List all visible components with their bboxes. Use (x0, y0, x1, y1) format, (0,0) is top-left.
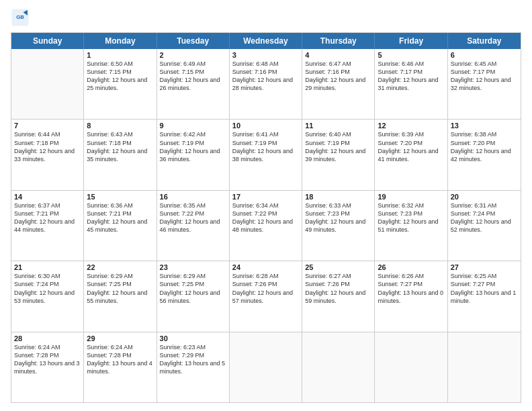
cell-info: Sunrise: 6:28 AM Sunset: 7:26 PM Dayligh… (232, 272, 299, 305)
cell-day-number: 28 (14, 334, 81, 342)
cell-day-number: 23 (160, 263, 226, 271)
cell-day-number: 18 (305, 193, 371, 201)
cell-info: Sunrise: 6:46 AM Sunset: 7:17 PM Dayligh… (378, 60, 444, 93)
calendar-cell: 23Sunrise: 6:29 AM Sunset: 7:25 PM Dayli… (157, 261, 230, 331)
cell-info: Sunrise: 6:35 AM Sunset: 7:22 PM Dayligh… (160, 201, 226, 234)
calendar-cell (302, 332, 375, 402)
cell-info: Sunrise: 6:36 AM Sunset: 7:21 PM Dayligh… (87, 201, 153, 234)
cell-info: Sunrise: 6:33 AM Sunset: 7:23 PM Dayligh… (305, 201, 371, 234)
calendar-cell: 22Sunrise: 6:29 AM Sunset: 7:25 PM Dayli… (84, 261, 157, 331)
cell-day-number: 17 (232, 193, 299, 201)
cell-day-number: 7 (14, 122, 81, 130)
cell-day-number: 27 (451, 263, 518, 271)
calendar-cell: 17Sunrise: 6:34 AM Sunset: 7:22 PM Dayli… (230, 191, 302, 261)
calendar-row-2: 7Sunrise: 6:44 AM Sunset: 7:18 PM Daylig… (11, 120, 521, 190)
cell-info: Sunrise: 6:24 AM Sunset: 7:28 PM Dayligh… (87, 343, 153, 376)
cell-info: Sunrise: 6:30 AM Sunset: 7:24 PM Dayligh… (14, 272, 81, 305)
cell-day-number: 11 (305, 122, 371, 130)
day-name-monday: Monday (84, 33, 157, 49)
calendar-cell: 24Sunrise: 6:28 AM Sunset: 7:26 PM Dayli… (230, 261, 302, 331)
cell-day-number: 21 (14, 263, 81, 271)
cell-info: Sunrise: 6:49 AM Sunset: 7:15 PM Dayligh… (160, 60, 226, 93)
calendar-cell (230, 332, 302, 402)
cell-info: Sunrise: 6:45 AM Sunset: 7:17 PM Dayligh… (451, 60, 518, 93)
cell-info: Sunrise: 6:34 AM Sunset: 7:22 PM Dayligh… (232, 201, 299, 234)
cell-info: Sunrise: 6:39 AM Sunset: 7:20 PM Dayligh… (378, 130, 444, 163)
cell-day-number: 30 (160, 334, 226, 342)
calendar-cell: 18Sunrise: 6:33 AM Sunset: 7:23 PM Dayli… (302, 191, 375, 261)
cell-info: Sunrise: 6:44 AM Sunset: 7:18 PM Dayligh… (14, 130, 81, 163)
calendar-row-3: 14Sunrise: 6:37 AM Sunset: 7:21 PM Dayli… (11, 191, 521, 261)
calendar-row-5: 28Sunrise: 6:24 AM Sunset: 7:28 PM Dayli… (11, 332, 521, 402)
page: GB SundayMondayTuesdayWednesdayThursdayF… (0, 0, 532, 411)
calendar-cell: 30Sunrise: 6:23 AM Sunset: 7:29 PM Dayli… (157, 332, 230, 402)
calendar-row-4: 21Sunrise: 6:30 AM Sunset: 7:24 PM Dayli… (11, 261, 521, 332)
cell-day-number: 22 (87, 263, 153, 271)
svg-text:GB: GB (16, 14, 24, 20)
day-name-wednesday: Wednesday (230, 33, 302, 49)
cell-info: Sunrise: 6:26 AM Sunset: 7:27 PM Dayligh… (378, 272, 444, 305)
calendar-cell: 26Sunrise: 6:26 AM Sunset: 7:27 PM Dayli… (375, 261, 447, 331)
calendar-row-1: 1Sunrise: 6:50 AM Sunset: 7:15 PM Daylig… (11, 49, 521, 120)
cell-info: Sunrise: 6:50 AM Sunset: 7:15 PM Dayligh… (87, 60, 153, 93)
cell-info: Sunrise: 6:31 AM Sunset: 7:24 PM Dayligh… (451, 201, 518, 234)
calendar-cell: 13Sunrise: 6:38 AM Sunset: 7:20 PM Dayli… (448, 120, 521, 189)
cell-day-number: 14 (14, 193, 81, 201)
calendar-cell: 15Sunrise: 6:36 AM Sunset: 7:21 PM Dayli… (84, 191, 157, 261)
cell-info: Sunrise: 6:38 AM Sunset: 7:20 PM Dayligh… (451, 130, 518, 163)
day-name-tuesday: Tuesday (157, 33, 230, 49)
cell-day-number: 20 (451, 193, 518, 201)
day-name-friday: Friday (375, 33, 447, 49)
calendar-cell: 27Sunrise: 6:25 AM Sunset: 7:27 PM Dayli… (448, 261, 521, 331)
cell-info: Sunrise: 6:32 AM Sunset: 7:23 PM Dayligh… (378, 201, 444, 234)
calendar-cell: 19Sunrise: 6:32 AM Sunset: 7:23 PM Dayli… (375, 191, 447, 261)
calendar-cell: 14Sunrise: 6:37 AM Sunset: 7:21 PM Dayli… (11, 191, 84, 261)
calendar-cell: 20Sunrise: 6:31 AM Sunset: 7:24 PM Dayli… (448, 191, 521, 261)
day-name-sunday: Sunday (11, 33, 84, 49)
calendar-cell: 8Sunrise: 6:43 AM Sunset: 7:18 PM Daylig… (84, 120, 157, 189)
cell-info: Sunrise: 6:48 AM Sunset: 7:16 PM Dayligh… (232, 60, 299, 93)
cell-day-number: 26 (378, 263, 444, 271)
calendar-cell: 7Sunrise: 6:44 AM Sunset: 7:18 PM Daylig… (11, 120, 84, 189)
calendar-cell: 12Sunrise: 6:39 AM Sunset: 7:20 PM Dayli… (375, 120, 447, 189)
cell-info: Sunrise: 6:27 AM Sunset: 7:26 PM Dayligh… (305, 272, 371, 305)
cell-day-number: 15 (87, 193, 153, 201)
cell-day-number: 8 (87, 122, 153, 130)
cell-day-number: 13 (451, 122, 518, 130)
cell-day-number: 2 (160, 51, 226, 59)
cell-info: Sunrise: 6:24 AM Sunset: 7:28 PM Dayligh… (14, 343, 81, 376)
cell-info: Sunrise: 6:43 AM Sunset: 7:18 PM Dayligh… (87, 130, 153, 163)
calendar-cell: 2Sunrise: 6:49 AM Sunset: 7:15 PM Daylig… (157, 49, 230, 119)
cell-info: Sunrise: 6:29 AM Sunset: 7:25 PM Dayligh… (160, 272, 226, 305)
calendar-cell: 3Sunrise: 6:48 AM Sunset: 7:16 PM Daylig… (230, 49, 302, 119)
cell-day-number: 9 (160, 122, 226, 130)
calendar-body: 1Sunrise: 6:50 AM Sunset: 7:15 PM Daylig… (11, 49, 521, 402)
calendar-cell: 21Sunrise: 6:30 AM Sunset: 7:24 PM Dayli… (11, 261, 84, 331)
cell-day-number: 3 (232, 51, 299, 59)
logo-icon: GB (11, 8, 30, 27)
cell-day-number: 16 (160, 193, 226, 201)
calendar-cell: 25Sunrise: 6:27 AM Sunset: 7:26 PM Dayli… (302, 261, 375, 331)
cell-day-number: 10 (232, 122, 299, 130)
cell-day-number: 1 (87, 51, 153, 59)
calendar-header: SundayMondayTuesdayWednesdayThursdayFrid… (11, 33, 521, 49)
cell-info: Sunrise: 6:41 AM Sunset: 7:19 PM Dayligh… (232, 130, 299, 163)
calendar-cell: 29Sunrise: 6:24 AM Sunset: 7:28 PM Dayli… (84, 332, 157, 402)
cell-info: Sunrise: 6:47 AM Sunset: 7:16 PM Dayligh… (305, 60, 371, 93)
calendar-cell (375, 332, 447, 402)
cell-day-number: 24 (232, 263, 299, 271)
cell-day-number: 19 (378, 193, 444, 201)
cell-info: Sunrise: 6:42 AM Sunset: 7:19 PM Dayligh… (160, 130, 226, 163)
logo: GB (11, 8, 32, 27)
calendar-cell (11, 49, 84, 119)
calendar-cell: 6Sunrise: 6:45 AM Sunset: 7:17 PM Daylig… (448, 49, 521, 119)
day-name-saturday: Saturday (448, 33, 521, 49)
cell-day-number: 6 (451, 51, 518, 59)
calendar-cell (448, 332, 521, 402)
calendar: SundayMondayTuesdayWednesdayThursdayFrid… (11, 32, 521, 403)
day-name-thursday: Thursday (302, 33, 375, 49)
calendar-cell: 5Sunrise: 6:46 AM Sunset: 7:17 PM Daylig… (375, 49, 447, 119)
calendar-cell: 1Sunrise: 6:50 AM Sunset: 7:15 PM Daylig… (84, 49, 157, 119)
cell-day-number: 12 (378, 122, 444, 130)
header: GB (11, 8, 521, 27)
